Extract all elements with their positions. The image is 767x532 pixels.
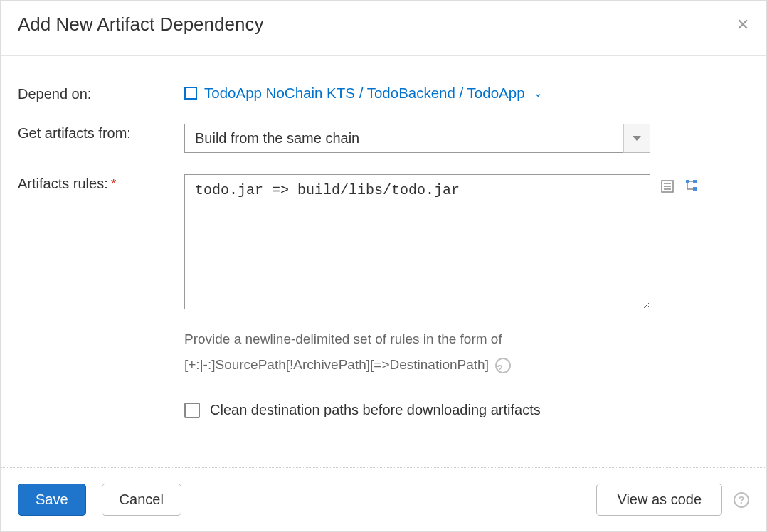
help-icon[interactable]: ? (495, 358, 511, 373)
clean-paths-label[interactable]: Clean destination paths before downloadi… (210, 402, 541, 418)
footer-right: View as code ? (596, 484, 749, 516)
tree-icon[interactable] (684, 179, 700, 194)
get-artifacts-select-text: Build from the same chain (184, 124, 623, 153)
svg-rect-6 (693, 187, 697, 191)
clean-paths-row: Clean destination paths before downloadi… (184, 402, 749, 418)
artifacts-rules-row: Artifacts rules:* (18, 174, 749, 418)
list-icon[interactable] (660, 179, 675, 194)
dialog-footer: Save Cancel View as code ? (1, 467, 766, 531)
get-artifacts-value: Build from the same chain (184, 124, 749, 153)
artifacts-rules-value: Provide a newline-delimited set of rules… (184, 174, 749, 418)
depend-on-label: Depend on: (18, 85, 184, 102)
cancel-button[interactable]: Cancel (102, 484, 181, 516)
tree-icon-svg (684, 179, 700, 194)
textarea-container (184, 174, 749, 309)
artifacts-rules-textarea[interactable] (184, 174, 650, 309)
get-artifacts-label: Get artifacts from: (18, 124, 184, 142)
dialog-title: Add New Artifact Dependency (18, 14, 263, 36)
triangle-down-icon (632, 135, 642, 142)
artifacts-rules-label-text: Artifacts rules: (18, 176, 108, 191)
rules-hint: Provide a newline-delimited set of rules… (184, 326, 749, 378)
clean-paths-checkbox[interactable] (184, 403, 200, 418)
rules-hint-line2-wrap: [+:|-:]SourcePath[!ArchivePath][=>Destin… (184, 352, 749, 378)
list-icon-svg (660, 179, 675, 193)
artifact-dependency-dialog: Add New Artifact Dependency ✕ Depend on:… (0, 0, 767, 532)
footer-left: Save Cancel (18, 484, 181, 516)
svg-rect-4 (686, 180, 689, 183)
save-button[interactable]: Save (18, 484, 86, 516)
rules-hint-line1: Provide a newline-delimited set of rules… (184, 326, 749, 352)
chevron-down-icon: ⌄ (534, 87, 543, 100)
footer-help-icon[interactable]: ? (734, 492, 749, 508)
svg-rect-5 (693, 180, 697, 183)
get-artifacts-row: Get artifacts from: Build from the same … (18, 124, 749, 153)
required-asterisk: * (111, 176, 117, 191)
depend-on-link[interactable]: TodoApp NoChain KTS / TodoBackend / Todo… (184, 85, 543, 102)
select-dropdown-arrow[interactable] (623, 124, 650, 153)
depend-on-link-text: TodoApp NoChain KTS / TodoBackend / Todo… (204, 85, 525, 102)
rules-hint-line2: [+:|-:]SourcePath[!ArchivePath][=>Destin… (184, 357, 489, 372)
dialog-header: Add New Artifact Dependency ✕ (1, 1, 766, 56)
depend-on-value: TodoApp NoChain KTS / TodoBackend / Todo… (184, 85, 749, 102)
textarea-side-icons (660, 174, 700, 194)
close-icon[interactable]: ✕ (736, 16, 749, 34)
view-as-code-button[interactable]: View as code (596, 484, 722, 516)
build-config-icon (184, 87, 197, 100)
dialog-body: Depend on: TodoApp NoChain KTS / TodoBac… (1, 56, 766, 467)
get-artifacts-select[interactable]: Build from the same chain (184, 124, 650, 153)
depend-on-row: Depend on: TodoApp NoChain KTS / TodoBac… (18, 85, 749, 102)
artifacts-rules-label: Artifacts rules:* (18, 174, 184, 192)
